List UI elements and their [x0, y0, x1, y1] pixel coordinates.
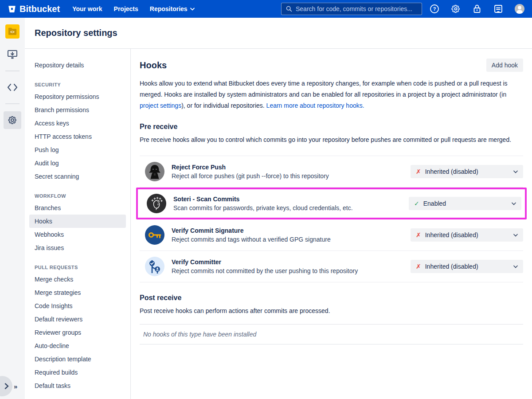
check-icon: ✓ [414, 200, 419, 207]
repository-settings-gear-icon[interactable] [4, 111, 21, 129]
hook-status-dropdown[interactable]: ✗ Inherited (disabled) [411, 260, 523, 273]
feedback-icon[interactable] [493, 4, 504, 14]
chevron-down-icon [513, 170, 518, 173]
page-header: Repository settings [25, 18, 532, 49]
post-receive-empty-state: No hooks of this type have been installe… [140, 325, 523, 344]
sidebar-item-secret-scanning[interactable]: Secret scanning [29, 170, 126, 183]
sidebar-item-code-insights[interactable]: Code Insights [29, 299, 126, 313]
gold-key-icon [145, 225, 164, 245]
chevron-down-icon [512, 202, 516, 205]
hook-row-verify-commit-signature: Verify Commit Signature Reject commits a… [140, 219, 523, 251]
x-icon: ✗ [416, 231, 421, 239]
hook-description: Scan commits for passwords, private keys… [173, 204, 409, 211]
pre-receive-heading: Pre receive [140, 123, 523, 131]
hook-row-reject-force-push: Reject Force Push Reject all force pushe… [140, 156, 523, 188]
nav-projects[interactable]: Projects [114, 5, 138, 12]
source-code-icon[interactable] [4, 78, 21, 96]
x-icon: ✗ [416, 263, 421, 270]
hook-name: Verify Committer [172, 258, 411, 266]
pre-receive-description: Pre receive hooks allow you to control w… [140, 134, 523, 145]
add-hook-button[interactable]: Add hook [486, 59, 523, 72]
soteri-face-icon [147, 194, 166, 213]
hook-name: Soteri - Scan Commits [173, 196, 409, 203]
sidebar-item-branch-permissions[interactable]: Branch permissions [29, 103, 126, 117]
sidebar-item-access-keys[interactable]: Access keys [29, 117, 126, 130]
double-chevron-icon[interactable]: » [14, 383, 17, 390]
sidebar-section-pull-requests: PULL REQUESTS [29, 262, 126, 273]
sidebar-item-reviewer-groups[interactable]: Reviewer groups [29, 326, 126, 339]
hook-status-dropdown[interactable]: ✓ Enabled [409, 197, 521, 210]
pre-receive-hook-list: Reject Force Push Reject all force pushe… [140, 156, 523, 282]
darth-vader-icon [145, 162, 164, 181]
sidebar-expand-control: » [0, 375, 25, 396]
x-icon: ✗ [416, 168, 421, 175]
divider [140, 344, 523, 344]
sidebar-item-branches[interactable]: Branches [29, 201, 126, 215]
settings-nav: Repository details SECURITY Repository p… [25, 49, 131, 399]
hooks-intro: Hooks allow you to extend what Bitbucket… [140, 78, 523, 111]
project-settings-link[interactable]: project settings [140, 102, 181, 109]
user-avatar[interactable] [514, 4, 525, 14]
hooks-panel: Hooks Add hook Hooks allow you to extend… [131, 49, 532, 399]
svg-text:?: ? [433, 6, 436, 12]
sidebar-item-merge-checks[interactable]: Merge checks [29, 273, 126, 286]
bitbucket-logo[interactable]: Bitbucket [7, 4, 60, 14]
nav-repositories[interactable]: Repositories [150, 5, 195, 12]
post-receive-heading: Post receive [140, 294, 523, 302]
sidebar-rail: <> [0, 18, 25, 399]
hook-description: Reject commits and tags without a verifi… [172, 236, 411, 243]
rail-divider [5, 70, 20, 71]
help-icon[interactable]: ? [429, 4, 440, 14]
sidebar-section-workflow: WORKFLOW [29, 190, 126, 201]
search-icon [286, 6, 292, 12]
sidebar-item-http-access-tokens[interactable]: HTTP access tokens [29, 130, 126, 143]
svg-text:<>: <> [10, 30, 15, 34]
rail-divider [5, 103, 20, 104]
hook-description: Reject all force pushes (git push --forc… [172, 172, 411, 180]
sidebar-item-webhooks[interactable]: Webhooks [29, 228, 126, 241]
sidebar-section-security: SECURITY [29, 79, 126, 90]
sidebar-item-repository-details[interactable]: Repository details [29, 59, 126, 72]
chevron-down-icon [513, 234, 518, 237]
lock-icon[interactable] [472, 4, 482, 14]
bitbucket-bucket-icon [7, 4, 17, 14]
top-navigation: Bitbucket Your work Projects Repositorie… [0, 0, 532, 18]
sidebar-item-auto-decline[interactable]: Auto-decline [29, 339, 126, 352]
sidebar-item-default-reviewers[interactable]: Default reviewers [29, 313, 126, 326]
sidebar-item-jira-issues[interactable]: Jira issues [29, 241, 126, 254]
sidebar-item-push-log[interactable]: Push log [29, 143, 126, 156]
repository-avatar-icon[interactable]: <> [5, 24, 20, 39]
sidebar-item-required-builds[interactable]: Required builds [29, 366, 126, 379]
chevron-right-icon [4, 383, 9, 389]
hook-name: Reject Force Push [172, 164, 411, 171]
commit-graph-icon [145, 257, 164, 276]
brand-name: Bitbucket [20, 4, 60, 14]
hook-status-dropdown[interactable]: ✗ Inherited (disabled) [411, 228, 523, 242]
sidebar-item-description-template[interactable]: Description template [29, 352, 126, 366]
sidebar-item-audit-log[interactable]: Audit log [29, 156, 126, 170]
global-search[interactable] [281, 3, 422, 15]
page-title: Repository settings [35, 28, 117, 38]
chevron-down-icon [513, 265, 518, 268]
hooks-heading: Hooks [140, 60, 167, 70]
settings-gear-icon[interactable] [450, 4, 461, 14]
sidebar-item-hooks[interactable]: Hooks [29, 215, 126, 228]
expand-sidebar-button[interactable] [0, 376, 12, 396]
hook-row-soteri-scan-commits: Soteri - Scan Commits Scan commits for p… [136, 188, 527, 219]
learn-more-link[interactable]: Learn more about repository hooks. [266, 102, 364, 109]
clone-icon[interactable] [4, 46, 21, 63]
sidebar-item-repository-permissions[interactable]: Repository permissions [29, 90, 126, 103]
primary-nav-links: Your work Projects Repositories [72, 5, 194, 12]
hook-description: Reject commits not committed by the user… [172, 267, 411, 274]
hook-row-verify-committer: Verify Committer Reject commits not comm… [140, 251, 523, 282]
nav-icon-group: ? [429, 4, 525, 14]
search-input[interactable] [296, 5, 417, 12]
chevron-down-icon [190, 8, 195, 11]
sidebar-item-default-tasks[interactable]: Default tasks [29, 379, 126, 392]
nav-your-work[interactable]: Your work [72, 5, 102, 12]
hook-name: Verify Commit Signature [172, 227, 411, 234]
sidebar-item-merge-strategies[interactable]: Merge strategies [29, 286, 126, 299]
post-receive-description: Post receive hooks can perform actions a… [140, 305, 523, 316]
hook-status-dropdown[interactable]: ✗ Inherited (disabled) [411, 165, 523, 178]
